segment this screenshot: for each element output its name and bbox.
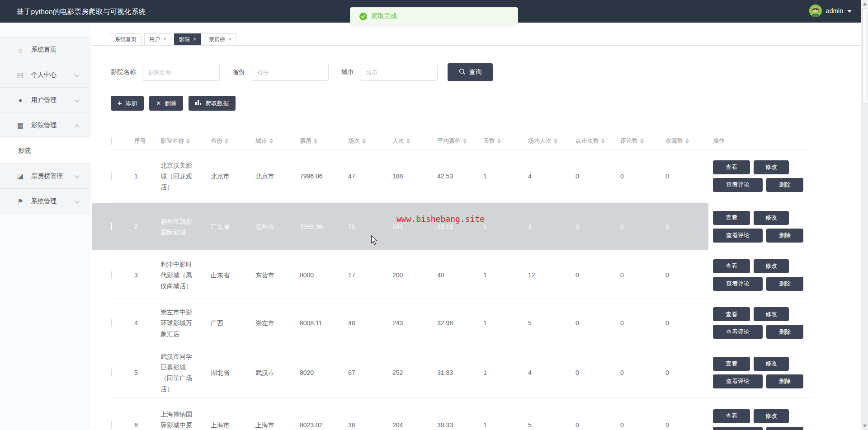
- edit-button[interactable]: 修改: [754, 357, 789, 371]
- cell-sessions: 48: [344, 318, 388, 328]
- row-actions: 查看修改查看评论删除: [708, 357, 812, 388]
- sidebar-item[interactable]: ⚑ 系统管理: [0, 189, 90, 214]
- sidebar-item[interactable]: ⌂ 系统首页: [0, 37, 90, 62]
- delete-button[interactable]: ✕ 删除: [149, 96, 183, 111]
- sort-icon[interactable]: [314, 138, 317, 144]
- user-menu[interactable]: admin: [809, 5, 852, 17]
- column-header[interactable]: 点击次数: [571, 137, 616, 145]
- delete-row-button[interactable]: 删除: [766, 178, 803, 192]
- view-comments-button[interactable]: 查看评论: [713, 277, 763, 291]
- column-header[interactable]: 场次: [344, 137, 388, 145]
- view-comments-button[interactable]: 查看评论: [713, 229, 763, 243]
- row-checkbox[interactable]: [111, 369, 112, 377]
- tab[interactable]: 用户 ×: [144, 33, 171, 45]
- edit-button[interactable]: 修改: [754, 307, 789, 321]
- column-header[interactable]: 场均人次: [524, 137, 571, 145]
- scrollbar-thumb[interactable]: [862, 8, 867, 104]
- scroll-down-arrow-icon[interactable]: [863, 425, 867, 427]
- home-icon: ⌂: [16, 46, 24, 54]
- cell-avg-attendance: 4: [524, 367, 571, 378]
- chevron-icon: [74, 198, 79, 203]
- query-button[interactable]: 查询: [448, 63, 493, 81]
- search-input[interactable]: [360, 64, 438, 81]
- sort-icon[interactable]: [685, 138, 689, 144]
- avatar[interactable]: [809, 5, 822, 17]
- row-checkbox[interactable]: [111, 421, 112, 429]
- scroll-up-arrow-icon[interactable]: [863, 3, 867, 5]
- sort-icon[interactable]: [362, 138, 366, 144]
- cell-avg-price: 32.96: [433, 318, 479, 328]
- delete-row-button[interactable]: 删除: [766, 374, 803, 388]
- edit-button[interactable]: 修改: [754, 160, 789, 174]
- edit-button[interactable]: 修改: [754, 409, 789, 423]
- tab[interactable]: 票房榜 ×: [204, 33, 236, 45]
- view-button[interactable]: 查看: [713, 357, 750, 371]
- row-checkbox[interactable]: [111, 172, 112, 180]
- sidebar-subitem[interactable]: 影院: [0, 138, 90, 164]
- sort-icon[interactable]: [601, 138, 605, 144]
- sort-icon[interactable]: [269, 138, 273, 144]
- cell-clicks: 0: [571, 367, 616, 378]
- table-row: 6上海博纳国际影城中原店上海市上海市8023.023820439.3315000…: [111, 398, 812, 430]
- view-comments-button[interactable]: 查看评论: [713, 427, 763, 430]
- sort-icon[interactable]: [463, 138, 467, 144]
- success-toast: 爬取完成: [350, 7, 518, 25]
- cell-province: 上海市: [206, 420, 251, 430]
- sort-icon[interactable]: [554, 138, 557, 144]
- cell-name: 北京沃美影城（回龙观店）: [156, 160, 206, 192]
- view-button[interactable]: 查看: [713, 211, 750, 225]
- sort-icon[interactable]: [406, 138, 410, 144]
- column-header[interactable]: 省份: [206, 137, 251, 145]
- view-button[interactable]: 查看: [713, 409, 750, 423]
- sort-icon[interactable]: [497, 138, 501, 144]
- search-input[interactable]: [251, 64, 329, 81]
- tab-close-icon[interactable]: ×: [163, 37, 166, 42]
- column-header[interactable]: 影院名称: [156, 137, 206, 145]
- search-input[interactable]: [142, 64, 220, 81]
- delete-row-button[interactable]: 删除: [766, 229, 803, 243]
- sidebar-item[interactable]: ● 用户管理: [0, 88, 90, 113]
- tab-close-icon[interactable]: ×: [193, 37, 196, 42]
- tab-close-icon[interactable]: ×: [228, 37, 231, 42]
- column-header[interactable]: 评论数: [616, 137, 661, 145]
- edit-button[interactable]: 修改: [754, 211, 789, 225]
- field-label: 城市: [341, 68, 354, 76]
- column-header[interactable]: 平均票价: [433, 137, 479, 145]
- sidebar-item[interactable]: ◪ 票房榜管理: [0, 164, 90, 189]
- tab[interactable]: 系统首页: [110, 33, 142, 45]
- column-header[interactable]: 天数: [479, 137, 524, 145]
- row-checkbox[interactable]: [111, 223, 112, 231]
- select-all-checkbox[interactable]: [111, 137, 112, 145]
- sort-icon[interactable]: [640, 138, 644, 144]
- column-header[interactable]: 城市: [251, 137, 295, 145]
- row-checkbox[interactable]: [111, 271, 112, 279]
- view-comments-button[interactable]: 查看评论: [713, 374, 763, 388]
- edit-button[interactable]: 修改: [754, 259, 789, 273]
- cell-favorites: 0: [661, 270, 708, 280]
- tab[interactable]: 影院 ×: [174, 33, 201, 45]
- sort-icon[interactable]: [225, 138, 228, 144]
- view-button[interactable]: 查看: [713, 160, 750, 174]
- vertical-scrollbar[interactable]: [861, 0, 868, 430]
- crawl-data-button[interactable]: 爬取数据: [189, 96, 236, 111]
- add-button[interactable]: + 添加: [111, 96, 144, 111]
- cell-avg-attendance: 4: [524, 171, 571, 182]
- column-header[interactable]: 票房: [295, 137, 344, 145]
- sidebar-item[interactable]: ▦ 影院管理: [0, 113, 90, 138]
- cell-city: 惠州市: [251, 221, 295, 232]
- row-checkbox[interactable]: [111, 319, 112, 327]
- column-header[interactable]: 人次: [388, 137, 433, 145]
- cell-clicks: 0: [571, 270, 616, 280]
- delete-row-button[interactable]: 删除: [766, 427, 803, 430]
- view-comments-button[interactable]: 查看评论: [713, 178, 763, 192]
- delete-row-button[interactable]: 删除: [766, 277, 803, 291]
- column-header[interactable]: 收藏数: [661, 137, 708, 145]
- cell-box-office: 8000: [295, 270, 344, 280]
- sidebar-item[interactable]: ▤ 个人中心: [0, 62, 90, 88]
- view-comments-button[interactable]: 查看评论: [713, 325, 763, 339]
- sort-icon[interactable]: [186, 138, 190, 144]
- view-button[interactable]: 查看: [713, 307, 750, 321]
- view-button[interactable]: 查看: [713, 259, 750, 273]
- delete-row-button[interactable]: 删除: [766, 325, 803, 339]
- column-header: 序号: [130, 137, 156, 145]
